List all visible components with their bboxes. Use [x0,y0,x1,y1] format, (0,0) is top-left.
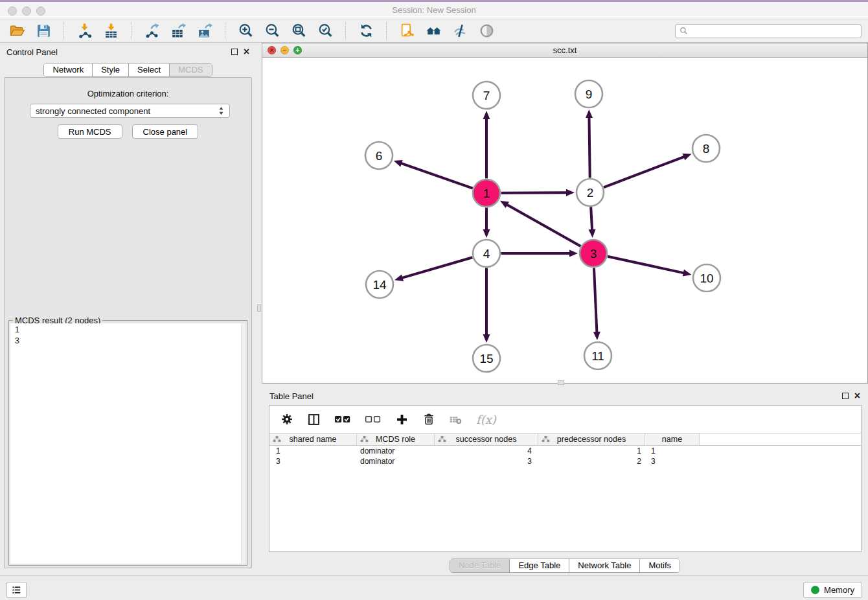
new-network-from-selection-icon[interactable] [396,22,417,40]
network-graph[interactable]: 7968124314101511 [262,58,867,383]
delete-icon[interactable] [422,413,435,426]
table-cell[interactable]: 1 [645,446,700,456]
criterion-select[interactable]: strongly connected component [30,104,230,118]
table-cell[interactable]: 2 [538,456,645,467]
close-table-panel-icon[interactable]: × [854,393,860,399]
open-icon[interactable] [6,22,27,40]
tab-mcds[interactable]: MCDS [170,63,211,76]
vertical-splitter-handle[interactable] [257,305,261,312]
edge-arrowhead [589,229,596,238]
graph-edge-2-3[interactable] [591,207,592,230]
export-network-icon[interactable] [141,22,162,40]
table-cell[interactable]: 1 [269,446,357,456]
column-header-name[interactable]: name [645,433,700,445]
toolbar-separator [225,22,225,40]
graph-edge-1-2[interactable] [501,192,567,193]
search-box[interactable] [675,24,862,38]
import-network-icon[interactable] [74,22,95,40]
table-cell[interactable]: 1 [538,446,645,456]
graph-edge-2-8[interactable] [604,157,684,187]
table-toolbar: f(x) [269,406,861,433]
minimize-window-icon[interactable] [22,6,31,16]
float-panel-icon[interactable] [231,49,238,55]
table-cell[interactable]: dominator [357,446,435,456]
column-header-successor-nodes[interactable]: successor nodes [435,433,538,445]
edge-arrowhead [394,160,403,167]
column-header-predecessor-nodes[interactable]: predecessor nodes [538,433,645,445]
table-row[interactable]: 1dominator411 [269,446,861,456]
graph-node-label: 14 [372,278,387,292]
graph-edge-3-11[interactable] [594,268,597,332]
optimization-criterion-label: Optimization criterion: [5,89,251,98]
window-title: Session: New Session [0,2,868,19]
table-cell[interactable]: 3 [435,456,538,467]
show-panels-list-button[interactable] [6,582,27,598]
show-column-panel-icon[interactable] [307,413,321,426]
hide-selected-icon[interactable] [450,22,470,40]
tab-network[interactable]: Network [44,63,93,76]
column-header-shared-name[interactable]: shared name [269,433,357,445]
edge-arrowhead [593,332,600,340]
close-network-icon[interactable]: × [268,46,276,54]
mcds-result-list[interactable]: 1 3 [10,323,246,564]
table-cell[interactable]: 4 [435,446,538,456]
tab-select[interactable]: Select [129,63,170,76]
zoom-in-icon[interactable] [235,22,256,40]
memory-button[interactable]: Memory [803,582,862,598]
settings-gear-icon[interactable] [280,413,293,426]
edge-arrowhead [483,111,490,119]
graph-edge-1-6[interactable] [401,163,473,189]
window-controls[interactable] [8,6,45,16]
toolbar-separator [63,22,64,40]
close-window-icon[interactable] [8,6,17,16]
close-panel-icon[interactable]: × [244,49,249,55]
maximize-network-icon[interactable]: + [293,46,302,54]
maximize-window-icon[interactable] [36,6,45,16]
zoom-selected-icon[interactable] [315,22,336,40]
scrollbar[interactable] [241,323,246,564]
zoom-fit-icon[interactable] [288,22,309,40]
network-canvas[interactable]: 7968124314101511 [262,58,867,383]
search-input[interactable] [691,27,857,36]
window-titlebar: Session: New Session [0,0,868,19]
tab-edge-table[interactable]: Edge Table [510,559,569,572]
export-table-icon[interactable] [168,22,188,40]
zoom-out-icon[interactable] [262,22,282,40]
deselect-all-checkboxes-icon[interactable] [365,414,382,424]
refresh-icon[interactable] [356,22,376,40]
graph-edge-2-9[interactable] [589,117,589,178]
mcds-panel: Optimization criterion: strongly connect… [4,77,252,568]
save-icon[interactable] [33,22,54,40]
graph-edge-3-1[interactable] [507,205,580,246]
table-row[interactable]: 3dominator323 [269,456,861,467]
edge-arrowhead [586,110,593,118]
edge-arrowhead [394,274,404,281]
toolbar-separator [386,22,387,40]
network-view-window: × − + scc.txt 7968124314101511 [262,43,868,384]
horizontal-splitter-handle[interactable] [558,380,564,385]
column-header-MCDS-role[interactable]: MCDS role [357,433,435,445]
minimize-network-icon[interactable]: − [280,46,289,54]
import-table-icon[interactable] [100,22,121,40]
graph-edge-3-10[interactable] [608,257,684,273]
show-hidden-eye-icon[interactable] [476,22,497,40]
tab-node-table[interactable]: Node Table [450,559,510,572]
run-mcds-button[interactable]: Run MCDS [58,124,122,139]
table-cell[interactable]: 3 [269,456,357,467]
list-icon [11,584,22,595]
table-cell[interactable]: dominator [357,456,435,467]
export-image-icon[interactable] [194,22,215,40]
tab-network-table[interactable]: Network Table [569,559,640,572]
graph-edge-4-14[interactable] [402,257,473,278]
select-all-checkboxes-icon[interactable] [334,414,351,424]
float-table-panel-icon[interactable] [842,393,849,399]
table-cell[interactable]: 3 [645,456,700,467]
tab-motifs[interactable]: Motifs [640,559,680,572]
network-window-titlebar[interactable]: × − + scc.txt [262,43,867,58]
tab-style[interactable]: Style [93,63,129,76]
add-row-icon[interactable] [395,413,409,426]
table-tabs: Node Table Edge Table Network Table Moti… [450,559,680,573]
close-panel-button[interactable]: Close panel [132,124,199,139]
control-panel-title: Control Panel [6,47,58,57]
apply-layout-homes-icon[interactable] [423,22,444,40]
